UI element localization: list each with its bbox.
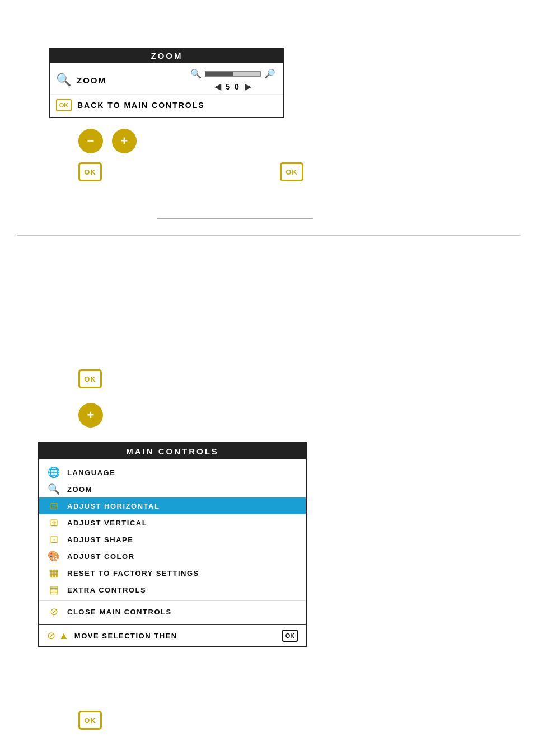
language-icon: 🌐 <box>47 466 60 478</box>
zoom-panel-title: ZOOM <box>50 49 283 63</box>
ok-float-badge-1[interactable]: OK <box>78 162 102 181</box>
bottom-ok-badge: OK <box>282 630 298 642</box>
yellow-plus-button-mid[interactable]: + <box>78 403 103 428</box>
extra-controls-icon: ▤ <box>47 584 60 596</box>
menu-item-extra-controls[interactable]: ▤ EXTRA CONTROLS <box>39 581 306 598</box>
zoom-panel: ZOOM 🔍 ZOOM 🔍 🔎 ◀ 5 0 ▶ OK BACK TO MAIN … <box>49 48 284 118</box>
zoom-slider-track[interactable] <box>205 71 261 77</box>
menu-item-language[interactable]: 🌐 LANGUAGE <box>39 464 306 481</box>
main-panel-title: MAIN CONTROLS <box>39 443 306 459</box>
zoom-arrow-left[interactable]: ◀ <box>214 81 221 92</box>
zoom-row-label: ZOOM <box>77 76 185 85</box>
adjust-shape-icon: ⊡ <box>47 533 60 546</box>
bottom-move-text: MOVE SELECTION THEN <box>74 632 277 640</box>
ok-float-badge-2[interactable]: OK <box>280 162 303 181</box>
menu-item-adjust-color[interactable]: 🎨 ADJUST COLOR <box>39 548 306 565</box>
adjust-shape-label: ADJUST SHAPE <box>67 536 133 544</box>
zoom-minus-icon: 🔍 <box>190 68 202 79</box>
zoom-search-icon: 🔍 <box>56 73 71 87</box>
reset-factory-label: RESET TO FACTORY SETTINGS <box>67 569 199 577</box>
adjust-horizontal-icon: ⊟ <box>47 500 60 512</box>
bottom-bar: ⊘ ▲ MOVE SELECTION THEN OK <box>39 624 306 646</box>
zoom-menu-label: ZOOM <box>67 485 92 494</box>
yellow-minus-button[interactable]: − <box>78 129 103 153</box>
close-main-label: CLOSE MAIN CONTROLS <box>67 608 172 616</box>
main-menu-items: 🌐 LANGUAGE 🔍 ZOOM ⊟ ADJUST HORIZONTAL ⊞ … <box>39 459 306 624</box>
reset-icon: ▦ <box>47 567 60 579</box>
zoom-icon: 🔍 <box>47 483 60 495</box>
menu-divider <box>39 600 306 601</box>
close-icon: ⊘ <box>47 605 60 618</box>
zoom-slider-fill <box>205 72 233 76</box>
extra-controls-label: EXTRA CONTROLS <box>67 586 146 594</box>
separator-line-full <box>17 235 521 236</box>
back-label: BACK TO MAIN CONTROLS <box>77 101 205 110</box>
zoom-arrow-right[interactable]: ▶ <box>245 81 251 92</box>
adjust-vertical-icon: ⊞ <box>47 516 60 529</box>
zoom-plus-icon: 🔎 <box>264 68 275 79</box>
separator-line-1 <box>157 218 313 219</box>
main-controls-panel: MAIN CONTROLS 🌐 LANGUAGE 🔍 ZOOM ⊟ ADJUST… <box>38 442 307 647</box>
menu-item-adjust-vertical[interactable]: ⊞ ADJUST VERTICAL <box>39 514 306 531</box>
zoom-row: 🔍 ZOOM 🔍 🔎 ◀ 5 0 ▶ <box>50 63 283 94</box>
menu-item-adjust-shape[interactable]: ⊡ ADJUST SHAPE <box>39 531 306 548</box>
back-row[interactable]: OK BACK TO MAIN CONTROLS <box>50 94 283 117</box>
ok-float-badge-bottom[interactable]: OK <box>78 711 102 730</box>
menu-item-adjust-horizontal[interactable]: ⊟ ADJUST HORIZONTAL <box>39 497 306 514</box>
bottom-icons: ⊘ ▲ <box>47 630 69 642</box>
bottom-icon-2: ▲ <box>59 630 69 642</box>
zoom-value-row: ◀ 5 0 ▶ <box>214 81 251 92</box>
back-ok-badge: OK <box>56 99 72 111</box>
menu-item-close[interactable]: ⊘ CLOSE MAIN CONTROLS <box>39 603 306 620</box>
bottom-icon-1: ⊘ <box>47 630 55 642</box>
adjust-color-icon: 🎨 <box>47 550 60 562</box>
menu-item-reset-factory[interactable]: ▦ RESET TO FACTORY SETTINGS <box>39 565 306 581</box>
adjust-vertical-label: ADJUST VERTICAL <box>67 519 147 527</box>
adjust-color-label: ADJUST COLOR <box>67 552 135 561</box>
yellow-plus-button-1[interactable]: + <box>112 129 137 153</box>
ok-float-badge-mid[interactable]: OK <box>78 369 102 388</box>
menu-item-zoom[interactable]: 🔍 ZOOM <box>39 481 306 497</box>
adjust-horizontal-label: ADJUST HORIZONTAL <box>67 502 160 510</box>
language-label: LANGUAGE <box>67 468 115 477</box>
zoom-controls: 🔍 🔎 ◀ 5 0 ▶ <box>190 68 275 92</box>
zoom-value: 5 0 <box>226 82 240 91</box>
zoom-slider-row: 🔍 🔎 <box>190 68 275 79</box>
